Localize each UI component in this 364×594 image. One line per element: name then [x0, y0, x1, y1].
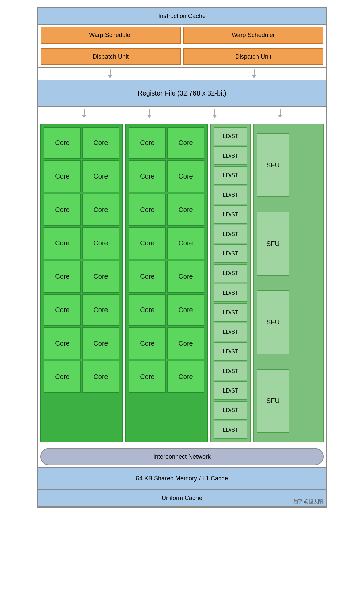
- dispatch-unit-row: Dispatch Unit Dispatch Unit: [38, 46, 326, 68]
- core-1-8: Core: [82, 227, 119, 259]
- sfu-group: SFU SFU SFU SFU: [253, 124, 324, 442]
- ldst-15: LD/ST: [214, 401, 247, 420]
- core-1-3: Core: [44, 160, 81, 192]
- core-1-1: Core: [44, 127, 81, 159]
- ldst-9: LD/ST: [214, 284, 247, 302]
- core-row-2-8: Core Core: [129, 361, 204, 393]
- ldst-10: LD/ST: [214, 303, 247, 322]
- dispatch-unit-2: Dispatch Unit: [183, 48, 323, 65]
- core-row-2-7: Core Core: [129, 327, 204, 359]
- core-1-2: Core: [82, 127, 119, 159]
- core-row-1-7: Core Core: [44, 327, 119, 359]
- core-1-13: Core: [44, 327, 81, 359]
- core-1-15: Core: [44, 361, 81, 393]
- core-2-12: Core: [167, 294, 204, 326]
- core-row-1-3: Core Core: [44, 194, 119, 226]
- core-2-5: Core: [129, 194, 166, 226]
- uniform-cache-block: Uniform Cache: [38, 489, 326, 507]
- core-1-14: Core: [82, 327, 119, 359]
- ldst-16: LD/ST: [214, 421, 247, 439]
- core-1-10: Core: [82, 261, 119, 293]
- core-2-16: Core: [167, 361, 204, 393]
- core-2-3: Core: [129, 160, 166, 192]
- core-1-4: Core: [82, 160, 119, 192]
- core-2-9: Core: [129, 261, 166, 293]
- ldst-7: LD/ST: [214, 244, 247, 263]
- main-units-row: Core Core Core Core Core Core Core Core …: [38, 120, 326, 446]
- ldst-13: LD/ST: [214, 362, 247, 380]
- core-row-1-4: Core Core: [44, 227, 119, 259]
- core-1-11: Core: [44, 294, 81, 326]
- core-2-15: Core: [129, 361, 166, 393]
- ldst-8: LD/ST: [214, 264, 247, 282]
- watermark: 知乎 @捏太阳: [293, 499, 323, 505]
- core-2-10: Core: [167, 261, 204, 293]
- instruction-cache-block: Instruction Cache: [38, 7, 326, 24]
- arrows-from-register: [38, 107, 326, 120]
- interconnect-block: Interconnect Network: [40, 448, 324, 465]
- warp-scheduler-row: Warp Scheduler Warp Scheduler: [38, 24, 326, 46]
- arrow-r3: [212, 109, 217, 118]
- ldst-6: LD/ST: [214, 225, 247, 243]
- arrow-r2: [147, 109, 152, 118]
- dispatch-unit-1: Dispatch Unit: [41, 48, 181, 65]
- core-1-7: Core: [44, 227, 81, 259]
- ldst-3: LD/ST: [214, 166, 247, 185]
- core-1-5: Core: [44, 194, 81, 226]
- core-row-1-1: Core Core: [44, 127, 119, 159]
- core-row-2-3: Core Core: [129, 194, 204, 226]
- core-2-1: Core: [129, 127, 166, 159]
- core-2-8: Core: [167, 227, 204, 259]
- sfu-2: SFU: [257, 212, 289, 276]
- register-file-block: Register File (32,768 x 32-bit): [38, 80, 326, 107]
- core-2-14: Core: [167, 327, 204, 359]
- core-row-2-4: Core Core: [129, 227, 204, 259]
- arrow-r1: [82, 109, 86, 118]
- core-row-1-5: Core Core: [44, 261, 119, 293]
- core-1-6: Core: [82, 194, 119, 226]
- core-1-9: Core: [44, 261, 81, 293]
- core-row-2-1: Core Core: [129, 127, 204, 159]
- ldst-12: LD/ST: [214, 342, 247, 361]
- core-1-16: Core: [82, 361, 119, 393]
- core-row-2-2: Core Core: [129, 160, 204, 192]
- core-group-1: Core Core Core Core Core Core Core Core …: [40, 124, 123, 442]
- sfu-3: SFU: [257, 290, 289, 354]
- shared-memory-block: 64 KB Shared Memory / L1 Cache: [38, 467, 326, 489]
- core-2-13: Core: [129, 327, 166, 359]
- core-row-1-6: Core Core: [44, 294, 119, 326]
- core-row-1-2: Core Core: [44, 160, 119, 192]
- ldst-14: LD/ST: [214, 381, 247, 400]
- ldst-5: LD/ST: [214, 205, 247, 224]
- arrow-2: [252, 69, 256, 78]
- arrow-r4: [278, 109, 282, 118]
- core-row-2-5: Core Core: [129, 261, 204, 293]
- core-2-4: Core: [167, 160, 204, 192]
- core-row-1-8: Core Core: [44, 361, 119, 393]
- ldst-group: LD/ST LD/ST LD/ST LD/ST LD/ST LD/ST LD/S…: [210, 124, 251, 442]
- core-row-2-6: Core Core: [129, 294, 204, 326]
- core-2-6: Core: [167, 194, 204, 226]
- arrows-to-register: [38, 68, 326, 80]
- sfu-1: SFU: [257, 133, 289, 197]
- core-group-2: Core Core Core Core Core Core Core Core …: [125, 124, 208, 442]
- ldst-4: LD/ST: [214, 186, 247, 204]
- ldst-2: LD/ST: [214, 146, 247, 165]
- core-2-2: Core: [167, 127, 204, 159]
- ldst-1: LD/ST: [214, 127, 247, 145]
- warp-scheduler-1: Warp Scheduler: [41, 27, 181, 44]
- core-2-11: Core: [129, 294, 166, 326]
- core-1-12: Core: [82, 294, 119, 326]
- arrow-1: [108, 69, 112, 78]
- warp-scheduler-2: Warp Scheduler: [183, 27, 323, 44]
- ldst-11: LD/ST: [214, 323, 247, 341]
- sfu-4: SFU: [257, 369, 289, 433]
- core-2-7: Core: [129, 227, 166, 259]
